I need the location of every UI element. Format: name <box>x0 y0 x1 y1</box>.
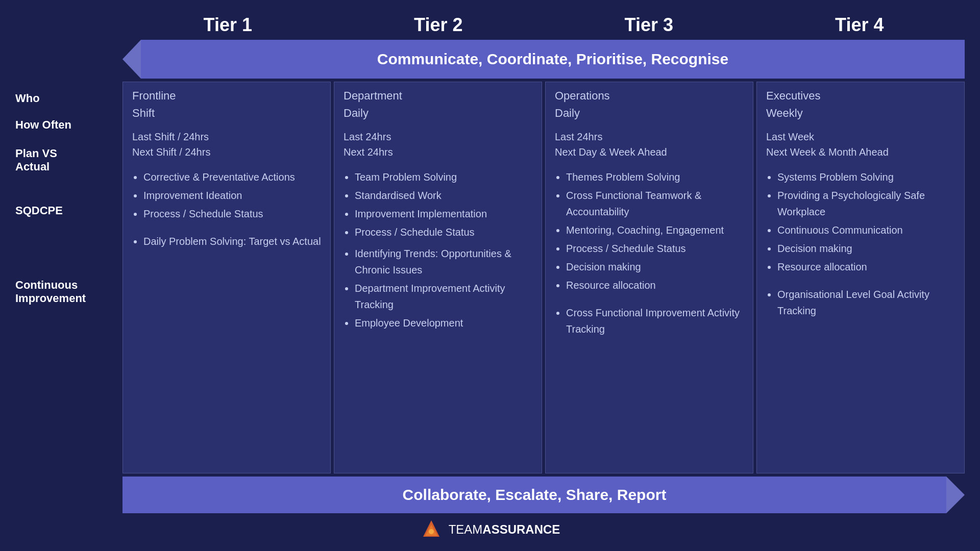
list-item: Identifying Trends: Opportunities & Chro… <box>355 245 532 278</box>
tier4-ci-list: Organisational Level Goal Activity Track… <box>766 286 955 319</box>
list-item: Resource allocation <box>777 259 955 275</box>
tier2-sqdcpe-list: Team Problem Solving Standardised Work I… <box>344 169 532 331</box>
tier4-howoften: Weekly <box>766 107 955 120</box>
list-item: Mentoring, Coaching, Engagement <box>566 222 744 238</box>
tier-3-header: Tier 3 <box>544 10 754 40</box>
list-item: Themes Problem Solving <box>566 169 744 185</box>
tier1-sqdcpe-list: Corrective & Preventative Actions Improv… <box>132 169 321 222</box>
list-item: Process / Schedule Status <box>355 224 532 240</box>
list-item: Department Improvement Activity Tracking <box>355 280 532 313</box>
tier3-plan: Last 24hrsNext Day & Week Ahead <box>555 129 744 160</box>
tier2-howoften: Daily <box>344 107 532 120</box>
who-label: Who <box>15 92 117 105</box>
list-item: Improvement Implementation <box>355 206 532 222</box>
list-item: Decision making <box>566 259 744 275</box>
tier-4-header: Tier 4 <box>754 10 965 40</box>
tier-2-column: Department Daily Last 24hrsNext 24hrs Te… <box>334 82 542 473</box>
list-item: Employee Development <box>355 315 532 331</box>
list-item: Daily Problem Solving: Target vs Actual <box>143 233 321 249</box>
tier-3-column: Operations Daily Last 24hrsNext Day & We… <box>545 82 753 473</box>
tier4-sqdcpe: Systems Problem Solving Providing a Psyc… <box>766 169 955 277</box>
list-item: Process / Schedule Status <box>143 206 321 222</box>
top-banner: Communicate, Coordinate, Prioritise, Rec… <box>15 40 965 79</box>
tier1-who: Frontline <box>132 89 321 103</box>
continuous-improvement-label: ContinuousImprovement <box>15 279 117 305</box>
tier-1-column: Frontline Shift Last Shift / 24hrsNext S… <box>122 82 331 473</box>
row-labels: Who How Often Plan VSActual SQDCPE Conti… <box>15 82 122 473</box>
svg-point-2 <box>429 529 434 534</box>
list-item: Organisational Level Goal Activity Track… <box>777 286 955 319</box>
how-often-label: How Often <box>15 118 117 132</box>
plan-vs-actual-label: Plan VSActual <box>15 147 117 173</box>
tier1-ci: Daily Problem Solving: Target vs Actual <box>132 233 321 252</box>
list-item: Team Problem Solving <box>355 169 532 185</box>
tier3-howoften: Daily <box>555 107 744 120</box>
tier1-ci-list: Daily Problem Solving: Target vs Actual <box>132 233 321 249</box>
tier-headers: Tier 1 Tier 2 Tier 3 Tier 4 <box>15 10 965 40</box>
list-item: Providing a Psychologically Safe Workpla… <box>777 187 955 220</box>
banner-arrow-right <box>946 477 965 513</box>
tier3-sqdcpe-list: Themes Problem Solving Cross Functional … <box>555 169 744 293</box>
tier4-ci: Organisational Level Goal Activity Track… <box>766 286 955 321</box>
list-item: Continuous Communication <box>777 222 955 238</box>
tier1-howoften: Shift <box>132 107 321 120</box>
tier4-plan: Last WeekNext Week & Month Ahead <box>766 129 955 160</box>
spacer <box>15 10 122 40</box>
tier3-ci-list: Cross Functional Improvement Activity Tr… <box>555 305 744 337</box>
bottom-banner-text: Collaborate, Escalate, Share, Report <box>403 486 667 504</box>
footer-team: TEAM <box>449 522 483 536</box>
tier2-plan: Last 24hrsNext 24hrs <box>344 129 532 160</box>
teamassurance-logo-icon <box>420 518 443 541</box>
tier2-who: Department <box>344 89 532 103</box>
footer-text: TEAMASSURANCE <box>449 522 560 537</box>
tier-4-column: Executives Weekly Last WeekNext Week & M… <box>756 82 965 473</box>
bottom-banner: Collaborate, Escalate, Share, Report <box>15 477 965 513</box>
banner-arrow-left <box>122 40 141 79</box>
tier2-sqdcpe: Team Problem Solving Standardised Work I… <box>344 169 532 333</box>
tier1-plan: Last Shift / 24hrsNext Shift / 24hrs <box>132 129 321 160</box>
sqdcpe-label: SQDCPE <box>15 204 117 217</box>
tier4-who: Executives <box>766 89 955 103</box>
bottom-banner-body: Collaborate, Escalate, Share, Report <box>122 477 946 513</box>
list-item: Improvement Ideation <box>143 187 321 204</box>
list-item: Standardised Work <box>355 187 532 204</box>
list-item: Decision making <box>777 240 955 257</box>
top-banner-body: Communicate, Coordinate, Prioritise, Rec… <box>141 40 965 79</box>
tier-1-header: Tier 1 <box>122 10 333 40</box>
top-banner-text: Communicate, Coordinate, Prioritise, Rec… <box>377 51 728 68</box>
tier-2-header: Tier 2 <box>333 10 544 40</box>
tier3-ci: Cross Functional Improvement Activity Tr… <box>555 305 744 339</box>
footer-assurance: ASSURANCE <box>482 522 560 536</box>
tier3-who: Operations <box>555 89 744 103</box>
list-item: Cross Functional Improvement Activity Tr… <box>566 305 744 337</box>
list-item: Corrective & Preventative Actions <box>143 169 321 185</box>
list-item: Systems Problem Solving <box>777 169 955 185</box>
tier3-sqdcpe: Themes Problem Solving Cross Functional … <box>555 169 744 295</box>
main-content: Who How Often Plan VSActual SQDCPE Conti… <box>15 82 965 473</box>
tier-columns: Frontline Shift Last Shift / 24hrsNext S… <box>122 82 965 473</box>
list-item: Cross Functional Teamwork & Accountabili… <box>566 187 744 220</box>
list-item: Process / Schedule Status <box>566 240 744 257</box>
footer: TEAMASSURANCE <box>420 518 560 541</box>
tier4-sqdcpe-list: Systems Problem Solving Providing a Psyc… <box>766 169 955 275</box>
list-item: Resource allocation <box>566 277 744 293</box>
tier1-sqdcpe: Corrective & Preventative Actions Improv… <box>132 169 321 224</box>
